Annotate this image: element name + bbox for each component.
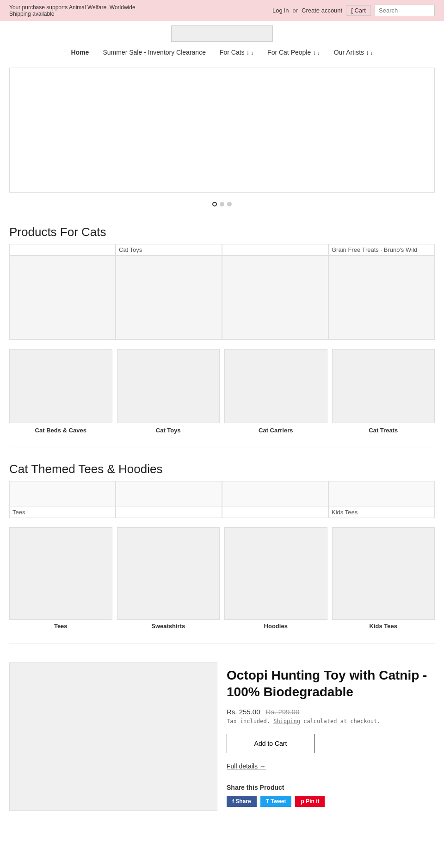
- product-label-1: Cat Toys: [116, 244, 222, 256]
- tax-info: Tax included. Shipping calculated at che…: [227, 718, 435, 724]
- product-label-3: Grain Free Treats · Bruno's Wild: [328, 244, 435, 256]
- tee-top-3: [222, 481, 328, 518]
- cat-category-treats[interactable]: Cat Treats: [332, 349, 435, 434]
- create-account-link[interactable]: Create account: [302, 7, 342, 14]
- cat-category-image-toys: [117, 349, 220, 423]
- announcement-bar: Your purchase supports Animal Welfare. W…: [0, 0, 444, 21]
- divider-2: [9, 643, 435, 644]
- product-image-4: [329, 256, 434, 339]
- search-input[interactable]: [375, 5, 435, 16]
- tee-top-1: Tees: [9, 481, 116, 518]
- slider-dot-1[interactable]: [212, 202, 217, 206]
- cat-category-label-carriers: Cat Carriers: [259, 427, 293, 434]
- products-label-row: Cat Toys Grain Free Treats · Bruno's Wil…: [0, 244, 444, 256]
- product-image-3: [222, 256, 328, 339]
- tee-top-image-3: [222, 481, 328, 507]
- tees-label-row: Tees Kids Tees: [0, 481, 444, 518]
- tee-category-image-tees: [9, 527, 112, 620]
- slider-dot-3[interactable]: [227, 202, 232, 206]
- divider-1: [9, 448, 435, 448]
- tee-top-label-1: Tees: [10, 507, 115, 518]
- price-current: Rs. 255.00: [227, 708, 260, 716]
- products-for-cats-title: Products For Cats: [0, 216, 444, 244]
- product-label-2: [222, 244, 328, 256]
- tee-top-label-4: Kids Tees: [329, 507, 434, 518]
- cat-category-image-treats: [332, 349, 435, 423]
- price-original: Rs. 299.00: [266, 708, 300, 716]
- tee-category-tees[interactable]: Tees: [9, 527, 112, 630]
- share-pinterest-button[interactable]: p Pin it: [295, 796, 325, 807]
- tee-top-image-1: [10, 481, 115, 507]
- tee-category-label-hoodies: Hoodies: [264, 623, 288, 630]
- featured-product-image: [9, 662, 217, 811]
- product-card-2[interactable]: [116, 256, 222, 340]
- tee-top-2: [116, 481, 222, 518]
- share-title: Share this Product: [227, 784, 435, 791]
- featured-product-title: Octopi Hunting Toy with Catnip - 100% Bi…: [227, 667, 435, 701]
- cat-category-carriers[interactable]: Cat Carriers: [224, 349, 327, 434]
- checkout-text: calculated at checkout.: [303, 718, 380, 724]
- header-actions: Log in or Create account [ Cart: [272, 5, 435, 16]
- product-image-1: [10, 256, 115, 339]
- tee-top-label-2: [116, 507, 222, 511]
- cat-category-image-carriers: [224, 349, 327, 423]
- nav-for-cat-people[interactable]: For Cat People ↓: [267, 49, 320, 56]
- product-card-1[interactable]: [9, 256, 116, 340]
- tees-section-title: Cat Themed Tees & Hoodies: [0, 453, 444, 481]
- tee-top-label-3: [222, 507, 328, 511]
- price-line: Rs. 255.00 Rs. 299.00: [227, 708, 435, 716]
- tee-category-image-sweatshirts: [117, 527, 220, 620]
- product-card-4[interactable]: [328, 256, 435, 340]
- logo-area: [0, 21, 444, 44]
- product-card-3[interactable]: [222, 256, 328, 340]
- product-label-0: [9, 244, 116, 256]
- cat-category-label-beds: Cat Beds & Caves: [35, 427, 86, 434]
- slider-dots: [0, 197, 444, 216]
- product-image-2: [116, 256, 222, 339]
- tee-category-label-kids-tees: Kids Tees: [370, 623, 397, 630]
- tee-category-label-tees: Tees: [54, 623, 68, 630]
- announcement-text: Your purchase supports Animal Welfare. W…: [9, 4, 148, 17]
- tee-category-image-hoodies: [224, 527, 327, 620]
- tee-category-kids-tees[interactable]: Kids Tees: [332, 527, 435, 630]
- full-details-link[interactable]: Full details →: [227, 762, 435, 770]
- tee-category-image-kids-tees: [332, 527, 435, 620]
- hero-slider: [9, 68, 435, 193]
- featured-product-info: Octopi Hunting Toy with Catnip - 100% Bi…: [227, 662, 435, 812]
- cat-category-beds[interactable]: Cat Beds & Caves: [9, 349, 112, 434]
- cat-category-label-treats: Cat Treats: [369, 427, 398, 434]
- tee-category-hoodies[interactable]: Hoodies: [224, 527, 327, 630]
- tee-top-image-2: [116, 481, 222, 507]
- separator: or: [292, 7, 298, 14]
- main-nav: Home Summer Sale - Inventory Clearance F…: [0, 44, 444, 63]
- share-twitter-button[interactable]: T Tweet: [260, 796, 292, 807]
- cat-category-toys[interactable]: Cat Toys: [117, 349, 220, 434]
- share-buttons: f Share T Tweet p Pin it: [227, 796, 435, 807]
- logo: [171, 25, 273, 42]
- shipping-link[interactable]: Shipping: [273, 718, 300, 724]
- large-tees-grid: Tees Sweatshirts Hoodies Kids Tees: [0, 518, 444, 639]
- tax-text: Tax included.: [227, 718, 270, 724]
- slider-dot-2[interactable]: [220, 202, 224, 206]
- cat-category-grid: Cat Beds & Caves Cat Toys Cat Carriers C…: [0, 340, 444, 443]
- cart-button[interactable]: [ Cart: [346, 5, 371, 16]
- nav-home[interactable]: Home: [71, 49, 89, 56]
- cat-category-label-toys: Cat Toys: [156, 427, 181, 434]
- cat-category-image-beds: [9, 349, 112, 423]
- tee-top-4: Kids Tees: [328, 481, 435, 518]
- tee-category-sweatshirts[interactable]: Sweatshirts: [117, 527, 220, 630]
- tee-top-image-4: [329, 481, 434, 507]
- nav-our-artists[interactable]: Our Artists ↓: [334, 49, 373, 56]
- product-grid-cats: [0, 256, 444, 340]
- add-to-cart-button[interactable]: Add to Cart: [227, 734, 314, 753]
- nav-for-cats[interactable]: For Cats ↓: [220, 49, 253, 56]
- share-facebook-button[interactable]: f Share: [227, 796, 257, 807]
- featured-product-section: Octopi Hunting Toy with Catnip - 100% Bi…: [0, 649, 444, 825]
- nav-summer-sale[interactable]: Summer Sale - Inventory Clearance: [103, 49, 206, 56]
- login-link[interactable]: Log in: [272, 7, 289, 14]
- tee-category-label-sweatshirts: Sweatshirts: [151, 623, 185, 630]
